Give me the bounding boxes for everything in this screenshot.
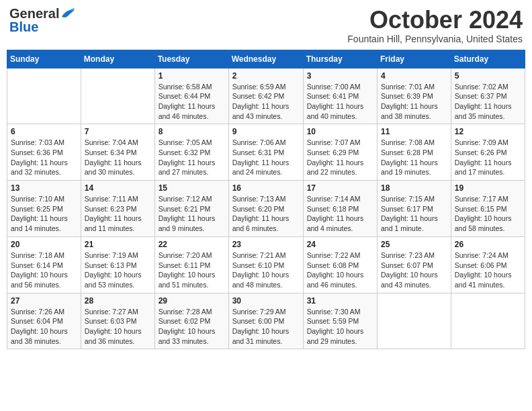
day-info: Sunrise: 7:21 AM Sunset: 6:10 PM Dayligh…: [232, 250, 300, 290]
month-title: October 2024: [347, 7, 523, 34]
calendar-cell: 1Sunrise: 6:58 AM Sunset: 6:44 PM Daylig…: [154, 68, 228, 124]
page-header: General Blue October 2024 Fountain Hill,…: [7, 7, 525, 44]
day-info: Sunrise: 7:23 AM Sunset: 6:07 PM Dayligh…: [381, 250, 447, 290]
col-tuesday: Tuesday: [154, 50, 228, 68]
calendar-cell: [7, 68, 81, 124]
day-number: 29: [159, 296, 225, 306]
day-info: Sunrise: 7:14 AM Sunset: 6:18 PM Dayligh…: [307, 194, 373, 234]
logo-text: General: [9, 7, 59, 20]
day-number: 15: [159, 183, 225, 193]
day-number: 19: [455, 183, 521, 193]
day-number: 28: [85, 296, 151, 306]
day-number: 31: [307, 296, 373, 306]
day-number: 16: [232, 183, 300, 193]
day-number: 4: [381, 71, 447, 81]
day-number: 20: [11, 240, 77, 249]
calendar-cell: [451, 293, 525, 349]
day-number: 22: [159, 240, 225, 249]
calendar-cell: 24Sunrise: 7:22 AM Sunset: 6:08 PM Dayli…: [303, 236, 377, 293]
day-number: 3: [307, 71, 373, 81]
day-info: Sunrise: 7:11 AM Sunset: 6:23 PM Dayligh…: [85, 194, 151, 234]
title-block: October 2024 Fountain Hill, Pennsylvania…: [347, 7, 523, 44]
day-info: Sunrise: 7:05 AM Sunset: 6:32 PM Dayligh…: [159, 138, 225, 177]
col-wednesday: Wednesday: [228, 50, 303, 68]
calendar-cell: 31Sunrise: 7:30 AM Sunset: 5:59 PM Dayli…: [303, 293, 377, 349]
calendar-cell: 2Sunrise: 6:59 AM Sunset: 6:42 PM Daylig…: [228, 68, 303, 124]
calendar-cell: 21Sunrise: 7:19 AM Sunset: 6:13 PM Dayli…: [81, 236, 154, 293]
col-monday: Monday: [81, 50, 154, 68]
day-number: 24: [307, 240, 373, 249]
calendar-cell: 29Sunrise: 7:28 AM Sunset: 6:02 PM Dayli…: [154, 293, 228, 349]
calendar-cell: 18Sunrise: 7:15 AM Sunset: 6:17 PM Dayli…: [378, 181, 451, 237]
calendar-week-5: 27Sunrise: 7:26 AM Sunset: 6:04 PM Dayli…: [7, 293, 525, 349]
calendar-cell: 26Sunrise: 7:24 AM Sunset: 6:06 PM Dayli…: [451, 236, 525, 293]
calendar-cell: 23Sunrise: 7:21 AM Sunset: 6:10 PM Dayli…: [228, 236, 303, 293]
day-number: 5: [455, 71, 521, 81]
calendar-table: Sunday Monday Tuesday Wednesday Thursday…: [7, 50, 525, 350]
day-info: Sunrise: 7:15 AM Sunset: 6:17 PM Dayligh…: [381, 194, 447, 234]
calendar-cell: [81, 68, 154, 124]
logo-general: General: [9, 6, 59, 21]
calendar-cell: 15Sunrise: 7:12 AM Sunset: 6:21 PM Dayli…: [154, 181, 228, 237]
calendar-week-1: 1Sunrise: 6:58 AM Sunset: 6:44 PM Daylig…: [7, 68, 525, 124]
day-number: 27: [11, 296, 77, 306]
calendar-header: Sunday Monday Tuesday Wednesday Thursday…: [7, 50, 525, 68]
day-number: 7: [85, 127, 151, 136]
day-info: Sunrise: 7:02 AM Sunset: 6:37 PM Dayligh…: [455, 82, 521, 122]
calendar-cell: 12Sunrise: 7:09 AM Sunset: 6:26 PM Dayli…: [451, 124, 525, 181]
day-info: Sunrise: 7:26 AM Sunset: 6:04 PM Dayligh…: [11, 307, 77, 347]
calendar-week-2: 6Sunrise: 7:03 AM Sunset: 6:36 PM Daylig…: [7, 124, 525, 181]
logo-bird-icon: [60, 7, 75, 19]
day-number: 17: [307, 183, 373, 193]
calendar-cell: 11Sunrise: 7:08 AM Sunset: 6:28 PM Dayli…: [378, 124, 451, 181]
day-number: 26: [455, 240, 521, 249]
day-number: 13: [11, 183, 77, 193]
day-info: Sunrise: 7:30 AM Sunset: 5:59 PM Dayligh…: [307, 307, 373, 347]
logo-blue-text: Blue: [9, 20, 38, 34]
calendar-cell: 28Sunrise: 7:27 AM Sunset: 6:03 PM Dayli…: [81, 293, 154, 349]
day-number: 10: [307, 127, 373, 136]
day-info: Sunrise: 7:27 AM Sunset: 6:03 PM Dayligh…: [85, 307, 151, 347]
day-info: Sunrise: 7:13 AM Sunset: 6:20 PM Dayligh…: [232, 194, 300, 234]
day-info: Sunrise: 7:22 AM Sunset: 6:08 PM Dayligh…: [307, 250, 373, 290]
calendar-cell: 14Sunrise: 7:11 AM Sunset: 6:23 PM Dayli…: [81, 181, 154, 237]
calendar-cell: 9Sunrise: 7:06 AM Sunset: 6:31 PM Daylig…: [228, 124, 303, 181]
calendar-body: 1Sunrise: 6:58 AM Sunset: 6:44 PM Daylig…: [7, 68, 525, 349]
calendar-cell: 4Sunrise: 7:01 AM Sunset: 6:39 PM Daylig…: [378, 68, 451, 124]
calendar-cell: 19Sunrise: 7:17 AM Sunset: 6:15 PM Dayli…: [451, 181, 525, 237]
day-number: 18: [381, 183, 447, 193]
day-number: 11: [381, 127, 447, 136]
day-number: 12: [455, 127, 521, 136]
day-number: 21: [85, 240, 151, 249]
day-info: Sunrise: 7:09 AM Sunset: 6:26 PM Dayligh…: [455, 138, 521, 177]
day-info: Sunrise: 7:08 AM Sunset: 6:28 PM Dayligh…: [381, 138, 447, 177]
day-number: 23: [232, 240, 300, 249]
calendar-cell: 5Sunrise: 7:02 AM Sunset: 6:37 PM Daylig…: [451, 68, 525, 124]
day-number: 1: [159, 71, 225, 81]
calendar-cell: 8Sunrise: 7:05 AM Sunset: 6:32 PM Daylig…: [154, 124, 228, 181]
day-number: 8: [159, 127, 225, 136]
day-info: Sunrise: 7:04 AM Sunset: 6:34 PM Dayligh…: [85, 138, 151, 177]
col-sunday: Sunday: [7, 50, 81, 68]
calendar-cell: 3Sunrise: 7:00 AM Sunset: 6:41 PM Daylig…: [303, 68, 377, 124]
calendar-week-4: 20Sunrise: 7:18 AM Sunset: 6:14 PM Dayli…: [7, 236, 525, 293]
day-info: Sunrise: 7:06 AM Sunset: 6:31 PM Dayligh…: [232, 138, 300, 177]
day-number: 6: [11, 127, 77, 136]
logo: General Blue: [9, 7, 75, 34]
day-number: 14: [85, 183, 151, 193]
day-info: Sunrise: 7:10 AM Sunset: 6:25 PM Dayligh…: [11, 194, 77, 234]
calendar-cell: 22Sunrise: 7:20 AM Sunset: 6:11 PM Dayli…: [154, 236, 228, 293]
day-info: Sunrise: 7:28 AM Sunset: 6:02 PM Dayligh…: [159, 307, 225, 347]
calendar-cell: 16Sunrise: 7:13 AM Sunset: 6:20 PM Dayli…: [228, 181, 303, 237]
day-info: Sunrise: 7:19 AM Sunset: 6:13 PM Dayligh…: [85, 250, 151, 290]
calendar-cell: 7Sunrise: 7:04 AM Sunset: 6:34 PM Daylig…: [81, 124, 154, 181]
calendar-cell: 10Sunrise: 7:07 AM Sunset: 6:29 PM Dayli…: [303, 124, 377, 181]
location: Fountain Hill, Pennsylvania, United Stat…: [347, 34, 523, 44]
day-number: 30: [232, 296, 300, 306]
day-info: Sunrise: 6:58 AM Sunset: 6:44 PM Dayligh…: [159, 82, 225, 122]
col-friday: Friday: [378, 50, 451, 68]
day-info: Sunrise: 7:07 AM Sunset: 6:29 PM Dayligh…: [307, 138, 373, 177]
calendar-cell: [378, 293, 451, 349]
calendar-cell: 25Sunrise: 7:23 AM Sunset: 6:07 PM Dayli…: [378, 236, 451, 293]
calendar-cell: 17Sunrise: 7:14 AM Sunset: 6:18 PM Dayli…: [303, 181, 377, 237]
